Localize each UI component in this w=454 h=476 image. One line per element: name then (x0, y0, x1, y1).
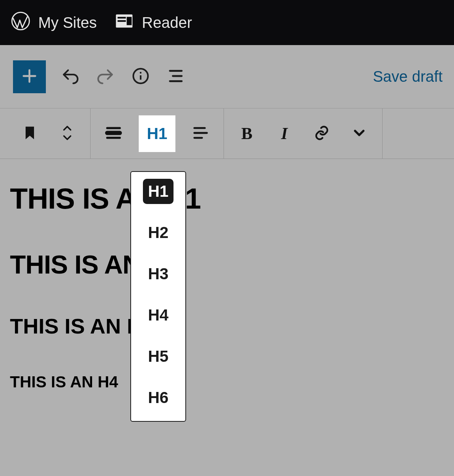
heading-option-h5[interactable]: H5 (143, 344, 173, 369)
block-type-button[interactable] (18, 121, 42, 146)
heading-level-label: H1 (147, 125, 167, 143)
italic-icon: I (281, 124, 287, 143)
plus-icon (21, 67, 38, 86)
heading-h2[interactable]: THIS IS AN H2 (10, 249, 444, 279)
heading-option-h4[interactable]: H4 (143, 303, 173, 328)
bold-button[interactable]: B (235, 121, 259, 146)
svg-rect-3 (118, 20, 126, 21)
redo-button[interactable] (95, 66, 116, 87)
heading-h1[interactable]: THIS IS AN H1 (10, 182, 444, 215)
heading-level-button[interactable]: H1 (139, 115, 175, 152)
svg-point-9 (140, 72, 142, 74)
heading-level-dropdown: H1 H2 H3 H4 H5 H6 (130, 171, 186, 422)
admin-bar-my-sites[interactable]: My Sites (11, 11, 97, 34)
heading-option-h2[interactable]: H2 (143, 220, 173, 245)
redo-icon (97, 67, 114, 86)
align-button[interactable] (101, 121, 126, 146)
save-draft-button[interactable]: Save draft (373, 68, 443, 85)
heading-option-h6[interactable]: H6 (143, 385, 173, 410)
editor-top-toolbar: Save draft (0, 45, 454, 108)
svg-rect-2 (118, 17, 126, 18)
more-formatting-button[interactable] (347, 121, 371, 146)
chevron-down-icon (351, 125, 368, 143)
link-icon (313, 125, 330, 143)
editor-area: Save draft H1 (0, 45, 454, 476)
admin-bar-reader-label: Reader (142, 14, 192, 31)
chevron-up-icon (62, 124, 73, 133)
add-block-button[interactable] (13, 60, 46, 93)
chevron-down-icon (62, 134, 73, 143)
text-align-button[interactable] (188, 121, 213, 146)
admin-bar-reader[interactable]: Reader (114, 11, 192, 34)
editor-canvas[interactable]: THIS IS AN H1 THIS IS AN H2 THIS IS AN H… (0, 159, 454, 414)
outline-icon (167, 67, 185, 86)
move-block-buttons[interactable] (55, 121, 79, 146)
undo-button[interactable] (60, 66, 81, 87)
wp-admin-bar: My Sites Reader (0, 0, 454, 45)
save-draft-label: Save draft (373, 68, 443, 85)
heading-h4[interactable]: THIS IS AN H4 (10, 373, 444, 391)
italic-button[interactable]: I (272, 121, 297, 146)
bold-icon: B (241, 124, 252, 143)
text-align-left-icon (192, 125, 209, 143)
undo-icon (62, 67, 79, 86)
bookmark-icon (21, 125, 38, 143)
svg-rect-4 (127, 17, 132, 25)
info-icon (132, 67, 149, 86)
outline-button[interactable] (165, 66, 186, 87)
block-toolbar: H1 B I (0, 108, 454, 159)
link-button[interactable] (310, 121, 334, 146)
details-button[interactable] (130, 66, 151, 87)
wordpress-logo-icon (11, 11, 31, 34)
heading-h3[interactable]: THIS IS AN H3 (10, 314, 444, 338)
admin-bar-my-sites-label: My Sites (38, 14, 97, 31)
heading-option-h3[interactable]: H3 (143, 261, 173, 287)
reader-icon (114, 11, 134, 34)
heading-option-h1[interactable]: H1 (143, 179, 173, 204)
align-icon (105, 125, 122, 143)
